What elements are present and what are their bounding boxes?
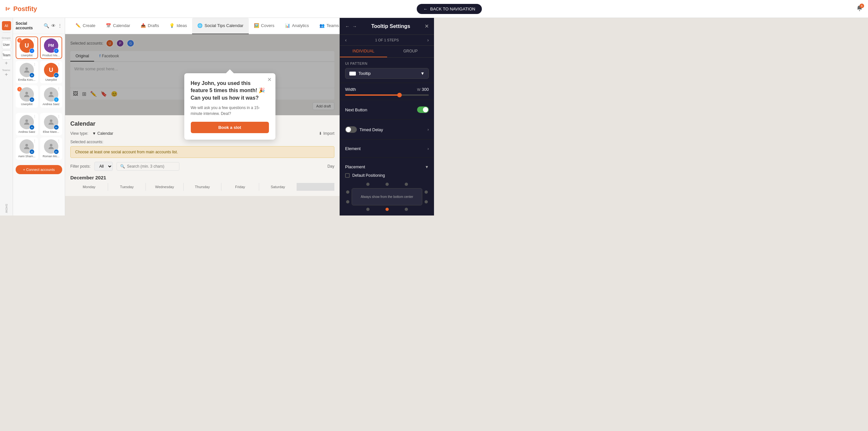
tab-individual[interactable]: INDIVIDUAL bbox=[340, 45, 387, 57]
account-more-icon[interactable]: ⋮ bbox=[57, 38, 61, 42]
tab-social-tips[interactable]: 🌐 Social Tips Calendar bbox=[192, 18, 248, 34]
import-button[interactable]: ⬇ Import bbox=[319, 131, 334, 136]
account-card-andrea-tw[interactable]: ⋮ t Andrea Saez bbox=[40, 85, 63, 108]
account-more-icon[interactable]: ⋮ bbox=[33, 115, 36, 119]
add-team-button[interactable]: + bbox=[5, 72, 8, 78]
account-more-icon[interactable]: ⋮ bbox=[33, 139, 36, 143]
timed-delay-label: Timed Delay bbox=[360, 127, 383, 132]
back-to-navigation-button[interactable]: ← BACK TO NAVIGATION bbox=[417, 4, 434, 14]
account-more-icon[interactable]: ⋮ bbox=[57, 115, 61, 119]
view-type-select[interactable]: ▼ Calendar bbox=[92, 131, 113, 136]
panel-collapse[interactable]: → bbox=[352, 24, 357, 29]
svg-rect-1 bbox=[7, 8, 10, 8]
placement-dot-top-right[interactable] bbox=[405, 183, 408, 186]
add-group-button[interactable]: + bbox=[5, 60, 8, 66]
eye-icon[interactable]: 👁 bbox=[51, 23, 56, 28]
download-icon: ⬇ bbox=[319, 131, 322, 136]
tab-drafts[interactable]: 📥 Drafts bbox=[135, 18, 164, 34]
editor-tab-facebook[interactable]: f Facebook bbox=[94, 51, 124, 62]
placement-dot-top-center[interactable] bbox=[385, 183, 389, 186]
editor-tab-original[interactable]: Original bbox=[70, 51, 94, 62]
account-card-roman-li[interactable]: ⋮ in Roman Mo... bbox=[40, 137, 63, 160]
account-more-icon[interactable]: ⋮ bbox=[33, 62, 36, 67]
group-user-button[interactable]: User bbox=[2, 40, 11, 49]
image-icon[interactable]: 🖼 bbox=[73, 91, 78, 97]
prev-step-button[interactable]: ‹ bbox=[345, 37, 347, 43]
tab-teams[interactable]: 👥 Teams bbox=[314, 18, 340, 34]
account-card-emilia-li[interactable]: ⋮ in Emilia Korc... bbox=[16, 61, 38, 83]
account-card-userpilot-fb[interactable]: ⋮ ! U f Userpilot bbox=[16, 36, 38, 59]
selected-accounts-bar: Selected accounts: U P G bbox=[70, 39, 334, 47]
account-card-userpilot-li[interactable]: ⋮ U in Userpilot bbox=[40, 61, 63, 83]
search-accounts-icon[interactable]: 🔍 bbox=[43, 23, 49, 28]
account-more-icon[interactable]: ⋮ bbox=[57, 62, 61, 67]
slider-thumb[interactable] bbox=[397, 93, 402, 97]
next-button-toggle-row: Next Button bbox=[345, 104, 429, 116]
emoji-icon[interactable]: 😊 bbox=[111, 91, 118, 97]
element-expand-icon[interactable]: › bbox=[428, 147, 429, 151]
account-card-awni-li[interactable]: ⋮ in Awni Sham... bbox=[16, 137, 38, 160]
tab-ideas[interactable]: 💡 Ideas bbox=[164, 18, 192, 34]
placement-expand-icon[interactable]: ▼ bbox=[425, 165, 429, 169]
timed-delay-row[interactable]: Timed Delay › bbox=[345, 124, 429, 135]
placement-dot-mid-right-top[interactable] bbox=[425, 190, 428, 194]
account-card-elise-li[interactable]: ⋮ in Elise Mare... bbox=[40, 113, 63, 135]
placement-dot-mid-left-top[interactable] bbox=[346, 190, 349, 194]
search-input[interactable] bbox=[127, 164, 176, 168]
placement-dot-mid-left-bot[interactable] bbox=[346, 200, 349, 204]
placement-spacer bbox=[346, 208, 349, 211]
width-slider[interactable] bbox=[345, 94, 429, 96]
timed-delay-expand-icon[interactable]: › bbox=[428, 127, 429, 132]
more-options-icon[interactable]: ⋮ bbox=[58, 23, 62, 28]
default-positioning-checkbox[interactable] bbox=[345, 173, 350, 178]
placement-dot-bot-right[interactable] bbox=[405, 208, 408, 211]
next-step-button[interactable]: › bbox=[427, 37, 429, 43]
panel-close-left[interactable]: ← bbox=[345, 24, 350, 29]
tab-create[interactable]: ✏️ Create bbox=[70, 18, 101, 34]
logo-text: Postfity bbox=[13, 5, 37, 13]
ui-pattern-label: UI PATTERN bbox=[345, 62, 429, 65]
next-button-toggle[interactable] bbox=[417, 106, 429, 113]
account-avatar: U f bbox=[20, 38, 34, 53]
grid-icon[interactable]: ⊞ bbox=[82, 91, 86, 97]
placement-header-row[interactable]: Placement ▼ bbox=[345, 162, 429, 172]
placement-center-display: Always show from the bottom center bbox=[352, 188, 422, 206]
day-header-wednesday: Wednesday bbox=[146, 183, 183, 191]
connect-accounts-button[interactable]: + Connect accounts bbox=[16, 165, 62, 174]
tooltip-cta-button[interactable]: Book a slot bbox=[191, 122, 269, 133]
placement-dot-bot-center[interactable] bbox=[385, 208, 389, 211]
show-button[interactable]: SHOW bbox=[5, 204, 8, 213]
panel-close-button[interactable]: ✕ bbox=[425, 23, 429, 29]
group-all-button[interactable]: All bbox=[2, 21, 11, 30]
panel-tabs: INDIVIDUAL GROUP bbox=[340, 45, 434, 58]
add-draft-button[interactable]: Add draft bbox=[313, 102, 334, 110]
timed-delay-toggle[interactable] bbox=[345, 126, 357, 133]
account-card-andrea-li[interactable]: ⋮ in Andrea Saez bbox=[16, 113, 38, 135]
edit-icon[interactable]: ✏️ bbox=[90, 91, 97, 97]
calendar-accounts: Selected accounts: Choose at least one s… bbox=[70, 140, 334, 158]
account-card-userpilot-tw[interactable]: ! in Userpilot bbox=[16, 85, 38, 108]
pattern-select[interactable]: Tooltip ▼ bbox=[345, 68, 429, 79]
cal-accounts-label: Selected accounts: bbox=[70, 140, 334, 144]
account-avatar: in bbox=[20, 87, 34, 101]
bookmark-icon[interactable]: 🔖 bbox=[101, 91, 107, 97]
account-more-icon[interactable]: ⋮ bbox=[33, 38, 36, 42]
account-avatar: U in bbox=[44, 63, 58, 77]
tab-covers[interactable]: 🖼️ Covers bbox=[249, 18, 280, 34]
toggle-knob bbox=[346, 127, 351, 132]
content-area: ✏️ Create 📅 Calendar 📥 Drafts 💡 Ideas 🌐 … bbox=[65, 18, 340, 216]
placement-dot-top-left[interactable] bbox=[366, 183, 370, 186]
filter-select[interactable]: All bbox=[94, 162, 113, 171]
placement-dot-mid-right-bot[interactable] bbox=[425, 200, 428, 204]
group-team-button[interactable]: Team bbox=[2, 51, 11, 60]
timed-delay-section: Timed Delay › bbox=[340, 120, 434, 140]
element-row[interactable]: Element › bbox=[345, 144, 429, 154]
tab-analytics[interactable]: 📊 Analytics bbox=[280, 18, 314, 34]
account-more-icon[interactable]: ⋮ bbox=[57, 87, 61, 91]
account-card-product-ma-fb[interactable]: ⋮ PM f Product Ma... bbox=[40, 36, 63, 59]
tooltip-close-button[interactable]: ✕ bbox=[267, 76, 272, 83]
placement-dot-bot-left[interactable] bbox=[366, 208, 370, 211]
tab-calendar[interactable]: 📅 Calendar bbox=[101, 18, 135, 34]
tab-group[interactable]: GROUP bbox=[387, 45, 434, 57]
account-more-icon[interactable]: ⋮ bbox=[57, 139, 61, 143]
